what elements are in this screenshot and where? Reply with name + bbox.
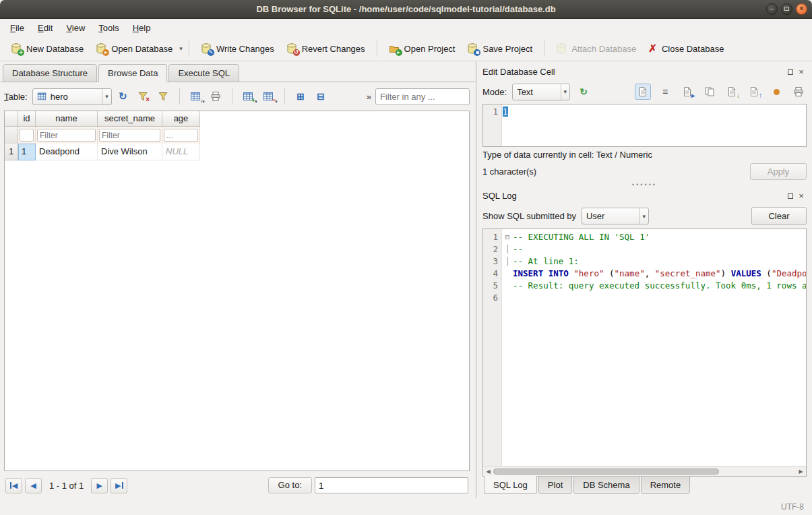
table-label: Table: (4, 92, 28, 102)
horizontal-scrollbar[interactable]: ◀ ▶ (483, 466, 806, 476)
filter-input-age[interactable] (164, 129, 198, 142)
import-data-button[interactable]: ↓ (724, 84, 740, 100)
selected-text: 1 (503, 107, 508, 117)
set-null-button[interactable] (768, 84, 784, 100)
export-icon: ↑ (749, 86, 759, 97)
cell-secret-name[interactable]: Dive Wilson (98, 144, 162, 160)
column-header-name[interactable]: name (36, 111, 98, 127)
cell-id[interactable]: 1 (18, 144, 36, 160)
goto-input[interactable] (315, 477, 468, 493)
tab-sql-log[interactable]: SQL Log (484, 476, 537, 494)
apply-button[interactable]: Apply (750, 163, 807, 180)
open-project-button[interactable]: ▸ Open Project (383, 40, 461, 57)
edit-cell-title: Edit Database Cell (482, 67, 785, 77)
sql-log-main: 123456 ⊟-- EXECUTING ALL IN 'SQL 1'│--│-… (483, 229, 806, 466)
close-icon: × (799, 193, 804, 200)
tab-browse-data[interactable]: Browse Data (98, 64, 167, 82)
tab-plot[interactable]: Plot (538, 476, 572, 494)
cell-edit-buttons: ≡ ▸ ↓ ↑ (635, 84, 807, 100)
export-table-button[interactable]: ↓ ▾ (187, 88, 205, 105)
revert-changes-button[interactable]: ↺ Revert Changes (281, 40, 371, 57)
browse-data-page: Table: hero ▾ ↻ × ↓ (0, 82, 476, 498)
scroll-right-arrow[interactable]: ▶ (796, 468, 806, 475)
scroll-left-arrow[interactable]: ◀ (483, 468, 493, 475)
text-mode-button[interactable] (635, 84, 651, 100)
clear-all-filters-button[interactable]: × (134, 88, 152, 105)
open-project-label: Open Project (404, 44, 456, 54)
column-header-secret-name[interactable]: secret_name (98, 111, 162, 127)
cell-editor[interactable]: 1 1 (482, 104, 807, 147)
save-filter-button[interactable] (154, 88, 173, 105)
mode-combobox[interactable]: Text ▾ (512, 84, 570, 100)
tab-db-schema[interactable]: DB Schema (573, 476, 639, 494)
column-header-age[interactable]: age (162, 111, 200, 127)
delete-record-button[interactable]: − ▾ (259, 88, 278, 105)
open-database-button[interactable]: ▸ Open Database (90, 40, 178, 57)
menu-edit[interactable]: Edit (32, 21, 59, 35)
cell-name[interactable]: Deadpond (36, 144, 98, 160)
clear-log-button[interactable]: Clear (751, 207, 807, 225)
new-database-icon: + (11, 43, 22, 54)
new-database-button[interactable]: + New Database (5, 40, 89, 57)
clear-cell-button[interactable]: ⊟ (312, 88, 330, 105)
copy-data-button[interactable] (701, 84, 718, 100)
close-database-icon: ✗ (648, 42, 657, 55)
tab-execute-sql[interactable]: Execute SQL (168, 64, 239, 82)
splitter-handle[interactable]: •••••• (482, 181, 807, 188)
close-button[interactable]: × (796, 3, 807, 15)
toolbar-separator (232, 88, 232, 104)
scrollbar-thumb[interactable] (493, 468, 719, 475)
submitted-by-combobox[interactable]: User ▾ (582, 208, 649, 224)
menu-tools[interactable]: Tools (92, 21, 125, 35)
print-table-button[interactable] (207, 88, 225, 105)
new-database-label: New Database (26, 44, 84, 54)
record-pager: ◀ ◀ 1 - 1 of 1 ▶ ▶ Go to: (4, 475, 470, 495)
word-wrap-button[interactable]: ≡ (657, 84, 673, 100)
menu-view[interactable]: View (60, 21, 91, 35)
printer-icon (210, 91, 221, 102)
float-dock-button[interactable] (785, 67, 796, 78)
filter-input-id[interactable] (20, 129, 34, 142)
close-dock-button[interactable]: × (796, 191, 807, 202)
minimize-button[interactable]: – (766, 3, 778, 15)
float-dock-button[interactable] (785, 191, 796, 202)
edit-cell-dock-header: Edit Database Cell × (482, 64, 807, 80)
open-data-button[interactable]: ▸ (679, 84, 695, 100)
tab-database-structure[interactable]: Database Structure (3, 64, 97, 82)
refresh-button[interactable]: ↻ (114, 88, 132, 105)
float-icon (788, 69, 793, 75)
new-record-button[interactable]: + ▾ (239, 88, 257, 105)
menu-help[interactable]: Help (127, 21, 157, 35)
sql-log-title: SQL Log (482, 191, 785, 201)
sql-log-content: ⊟-- EXECUTING ALL IN 'SQL 1'│--│-- At li… (502, 229, 806, 466)
write-changes-button[interactable]: ✎ Write Changes (195, 40, 280, 57)
tab-remote[interactable]: Remote (641, 476, 691, 494)
attach-database-icon (556, 43, 567, 54)
close-database-button[interactable]: ✗ Close Database (643, 39, 729, 58)
insert-cell-button[interactable]: ⊞ (292, 88, 310, 105)
table-combobox[interactable]: hero ▾ (32, 88, 112, 105)
menu-bar: File Edit View Tools Help (0, 19, 812, 36)
menu-file[interactable]: File (4, 21, 30, 35)
printer-icon (793, 86, 804, 97)
export-data-button[interactable]: ↑ (746, 84, 762, 100)
previous-record-button[interactable]: ◀ (25, 478, 42, 493)
filter-any-input[interactable] (375, 88, 470, 105)
first-record-button[interactable]: ◀ (5, 478, 22, 493)
save-project-button[interactable]: ▪ Save Project (462, 40, 538, 57)
row-header[interactable]: 1 (5, 144, 18, 160)
maximize-button[interactable] (781, 3, 792, 15)
attach-database-button[interactable]: Attach Database (551, 40, 642, 57)
overflow-chevron[interactable]: » (365, 92, 373, 102)
auto-detect-format-button[interactable]: ↻ (575, 84, 592, 100)
next-record-button[interactable]: ▶ (91, 478, 108, 493)
open-database-dropdown[interactable]: ▾ (179, 45, 183, 52)
filter-input-secret-name[interactable] (99, 129, 160, 142)
cell-age[interactable]: NULL (162, 144, 200, 160)
close-dock-button[interactable]: × (796, 67, 807, 78)
goto-button[interactable]: Go to: (268, 477, 312, 493)
last-record-button[interactable]: ▶ (111, 478, 127, 493)
print-cell-button[interactable] (790, 84, 807, 100)
filter-input-name[interactable] (37, 129, 96, 142)
column-header-id[interactable]: id (18, 111, 36, 127)
